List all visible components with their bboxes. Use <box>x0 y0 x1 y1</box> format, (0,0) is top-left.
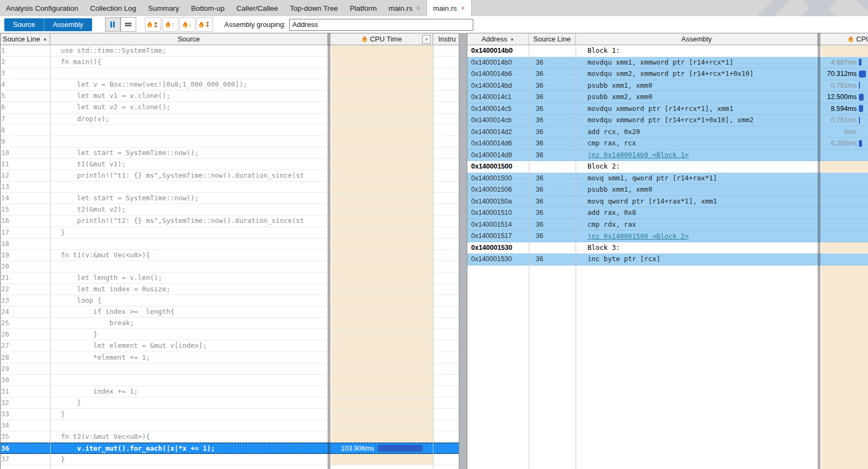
source-row-25[interactable]: 25 break; <box>1 318 459 329</box>
asm-block-row[interactable]: 0x140001530Block 3: <box>467 242 868 254</box>
column-header-source[interactable]: Source <box>50 33 328 45</box>
column-header-assembly[interactable]: Assembly <box>576 33 818 45</box>
tab-summary[interactable]: Summary <box>142 0 185 16</box>
asm-instruction-row[interactable]: 0x14000150636psubb xmm1, xmm0 <box>467 184 868 196</box>
source-row-4[interactable]: 4 let v = Box::new(vec![0u8;1_000_000_00… <box>1 79 459 90</box>
jump-to-biggest-hotspot-up-button[interactable]: ↥ <box>145 17 161 32</box>
source-row-2[interactable]: 2fn main(){ <box>1 57 459 68</box>
jump-to-biggest-hotspot-down-button[interactable]: ↧ <box>197 17 213 32</box>
source-row-27[interactable]: 27 let element = &mut v[index]; <box>1 340 459 352</box>
asm-instruction-row[interactable]: 0x1400014d236add rcx, 0x200ms <box>467 127 868 138</box>
source-row-5[interactable]: 5 let mut v1 = v.clone(); <box>1 90 459 102</box>
expand-columns-button[interactable]: » <box>422 35 431 44</box>
source-row-34[interactable]: 34 <box>1 420 459 431</box>
tab-main-rs[interactable]: main.rs× <box>383 0 426 16</box>
source-row-33[interactable]: 33} <box>1 409 459 420</box>
source-row-22[interactable]: 22 let mut index = 0usize; <box>1 284 459 295</box>
source-row-13[interactable]: 13 <box>1 181 459 193</box>
source-toggle-button[interactable]: Source <box>4 18 44 31</box>
tab-platform[interactable]: Platform <box>344 0 383 16</box>
source-row-3[interactable]: 3 <box>1 68 459 79</box>
asm-jump-link[interactable]: jnz 0x140001500 <Block 2> <box>587 232 689 240</box>
tab-close-icon[interactable]: × <box>416 4 421 12</box>
source-code <box>50 125 328 136</box>
column-header-cpu-time[interactable]: CPU Time » <box>331 33 433 45</box>
source-row-37[interactable]: 37} <box>1 454 459 465</box>
column-header-asm-source-line[interactable]: Source Line <box>529 33 576 45</box>
source-row-32[interactable]: 32 } <box>1 397 459 409</box>
source-row-11[interactable]: 11 t1(&mut v1); <box>1 159 459 170</box>
source-row-28[interactable]: 28 *element += 1; <box>1 352 459 363</box>
asm-instruction-row[interactable]: 0x1400014c136psubb xmm2, xmm012.500ms <box>467 92 868 103</box>
column-divider[interactable] <box>433 33 433 469</box>
asm-instruction-row[interactable]: 0x1400014d936jnz 0x1400014b0 <Block 1> <box>467 150 868 162</box>
asm-instruction-row[interactable]: 0x14000151736jnz 0x140001500 <Block 2> <box>467 230 868 242</box>
source-row-16[interactable]: 16 println!("t2: {} ms",SystemTime::now(… <box>1 215 459 227</box>
column-header-source-line[interactable]: Source Line ▲ <box>1 33 50 45</box>
tab-bottom-up[interactable]: Bottom-up <box>185 0 230 16</box>
asm-instruction-row[interactable]: 0x14000150036movq xmm1, qword ptr [r14+r… <box>467 173 868 185</box>
source-row-8[interactable]: 8 <box>1 125 459 136</box>
source-row-1[interactable]: 1use std::time::SystemTime; <box>1 45 459 57</box>
source-row-23[interactable]: 23 loop { <box>1 295 459 306</box>
column-header-instructions[interactable]: Instru <box>433 33 459 45</box>
pane-splitter[interactable] <box>459 33 467 469</box>
source-row-9[interactable]: 9 <box>1 136 459 148</box>
tab-top-down-tree[interactable]: Top-down Tree <box>284 0 344 16</box>
asm-instruction-row[interactable]: 0x14000151036add rax, 0x8 <box>467 207 868 219</box>
next-hotspot-button[interactable]: ↓ <box>179 17 195 32</box>
asm-instruction-row[interactable]: 0x14000153036inc byte ptr [rcx] <box>467 254 868 265</box>
asm-instruction-row[interactable]: 0x1400014cb36movdqu xmmword ptr [r14+rcx… <box>467 115 868 127</box>
tab-close-icon[interactable]: × <box>461 4 465 12</box>
pause-button[interactable] <box>105 17 121 32</box>
tab-analysis-configuration[interactable]: Analysis Configuration <box>0 0 84 16</box>
instructions-cell <box>433 272 459 283</box>
source-row-18[interactable]: 18 <box>1 239 459 250</box>
source-row-24[interactable]: 24 if index >= length{ <box>1 306 459 318</box>
asm-instruction-row[interactable]: 0x1400014bd36psubb xmm1, xmm00.781ms <box>467 80 868 92</box>
column-divider[interactable] <box>50 33 51 469</box>
column-header-asm-cpu-time[interactable]: CPU Time <box>821 33 868 45</box>
line-number: 33 <box>1 409 50 419</box>
source-row-7[interactable]: 7 drop(v); <box>1 114 459 125</box>
source-row-31[interactable]: 31 index += 1; <box>1 386 459 397</box>
asm-instruction-row[interactable]: 0x14000150a36movq qword ptr [r14+rax*1],… <box>467 196 868 208</box>
column-header-address[interactable]: Address ▲ <box>467 33 529 45</box>
source-row-12[interactable]: 12 println!("t1: {} ms",SystemTime::now(… <box>1 170 459 181</box>
source-row-29[interactable]: 29 <box>1 363 459 375</box>
source-row-36[interactable]: 36 v.iter_mut().for_each(|x|*x += 1);103… <box>1 443 459 454</box>
source-row-17[interactable]: 17} <box>1 227 459 239</box>
source-row-6[interactable]: 6 let mut v2 = v.clone(); <box>1 102 459 113</box>
source-row-20[interactable]: 20 <box>1 261 459 272</box>
tab-main-rs[interactable]: main.rs× <box>426 0 471 16</box>
assembly-toggle-button[interactable]: Assembly <box>44 18 92 31</box>
column-divider[interactable] <box>328 33 330 469</box>
tab-collection-log[interactable]: Collection Log <box>84 0 142 16</box>
layout-toggle-button[interactable] <box>121 17 136 32</box>
source-row-35[interactable]: 35fn t2(v:&mut Vec<u8>){ <box>1 431 459 443</box>
source-row-10[interactable]: 10 let start = SystemTime::now(); <box>1 148 459 159</box>
asm-block-row[interactable]: 0x1400014b0Block 1: <box>467 45 868 57</box>
asm-jump-link[interactable]: jnz 0x1400014b0 <Block 1> <box>587 151 689 159</box>
assembly-grouping-input[interactable] <box>289 19 473 31</box>
column-divider[interactable] <box>818 33 820 469</box>
source-row-21[interactable]: 21 let length = v.len(); <box>1 272 459 284</box>
source-row-30[interactable]: 30 <box>1 375 459 386</box>
column-divider[interactable] <box>576 45 576 469</box>
instructions-cell <box>433 193 459 204</box>
asm-block-row[interactable]: 0x140001500Block 2: <box>467 161 868 173</box>
source-row-19[interactable]: 19fn t1(v:&mut Vec<u8>){ <box>1 250 459 261</box>
column-divider[interactable] <box>529 45 529 469</box>
asm-instruction-row[interactable]: 0x1400014b636movdqu xmm2, xmmword ptr [r… <box>467 68 868 80</box>
asm-instruction-row[interactable]: 0x1400014b036movdqu xmm1, xmmword ptr [r… <box>467 57 868 69</box>
source-row-15[interactable]: 15 t2(&mut v2); <box>1 204 459 215</box>
source-row-14[interactable]: 14 let start = SystemTime::now(); <box>1 193 459 204</box>
source-row-26[interactable]: 26 } <box>1 329 459 340</box>
line-number: 26 <box>1 329 50 340</box>
previous-hotspot-button[interactable]: ↑ <box>162 17 178 32</box>
asm-instruction-row[interactable]: 0x1400014c536movdqu xmmword ptr [r14+rcx… <box>467 103 868 115</box>
source-code: let length = v.len(); <box>50 272 328 283</box>
tab-caller-callee[interactable]: Caller/Callee <box>230 0 284 16</box>
asm-instruction-row[interactable]: 0x14000151436cmp rdx, rax <box>467 219 868 231</box>
asm-instruction-row[interactable]: 0x1400014d636cmp rax, rcx6.250ms <box>467 138 868 150</box>
